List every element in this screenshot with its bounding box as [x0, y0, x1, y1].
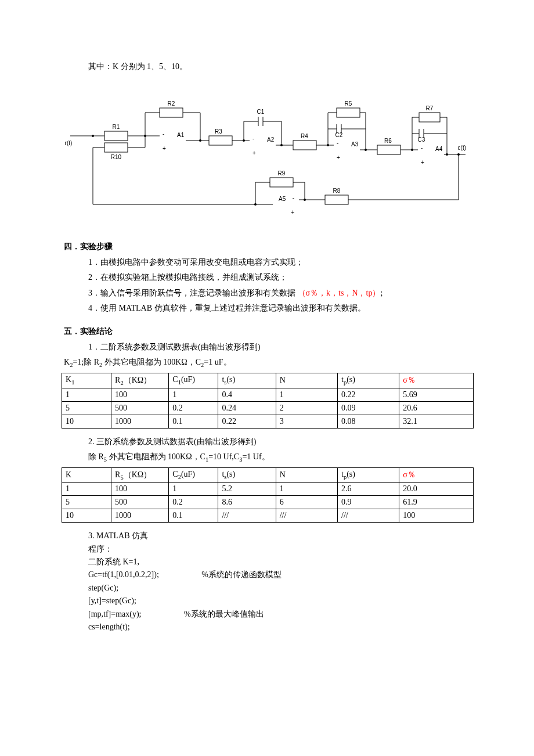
section5-sub2-caption: 除 R5 外其它电阻都为 100KΩ，C1=10 Uf,C3=1 Uf。 [64, 451, 470, 465]
svg-point-16 [199, 139, 201, 142]
svg-text:+: + [421, 159, 424, 165]
r2-label: R2 [168, 100, 175, 107]
svg-text:+: + [337, 154, 340, 161]
t1-h4: N [276, 373, 337, 388]
svg-rect-79 [270, 178, 293, 187]
t2-h2: C2(uF) [169, 467, 218, 483]
section4-title: 四．实验步骤 [64, 240, 470, 253]
output-label: c(t) [458, 145, 466, 151]
table-row: 10 1000 0.1 0.22 3 0.08 32.1 [62, 415, 474, 428]
table-second-order: K1 R2（KΩ） C1(uF) ts(s) N tp(s) σ％ 1 100 … [62, 373, 474, 429]
section5-sub3-title: 3. MATLAB 仿真 [88, 530, 470, 542]
t2-h1: R5（KΩ） [111, 467, 169, 483]
svg-point-93 [92, 135, 94, 137]
svg-rect-9 [160, 108, 183, 117]
code-line-6: cs=length(t); [88, 621, 470, 633]
t1-h5: tp(s) [338, 373, 399, 388]
section4-item3: 3．输入信号采用阶跃信号，注意记录输出波形和有关数据 （σ％，k，ts，N，tp… [64, 287, 470, 300]
section5-sub1-title: 1．二阶系统参数及测试数据表(由输出波形得到) [64, 341, 470, 354]
table-row: 5 500 0.2 8.6 6 0.9 61.9 [62, 496, 474, 509]
t1-h6: σ％ [399, 373, 474, 388]
t2-h3: ts(s) [218, 467, 276, 483]
a3-label: A3 [351, 141, 359, 147]
t2-h0: K [62, 467, 111, 483]
svg-text:-: - [337, 140, 338, 146]
table-row: 5 500 0.2 0.24 2 0.09 20.6 [62, 401, 474, 415]
section4-item3-text: 3．输入信号采用阶跃信号，注意记录输出波形和有关数据 [88, 289, 295, 297]
t2-h6: σ％ [399, 467, 474, 483]
svg-text:-: - [421, 145, 423, 151]
table-row: 10 1000 0.1 /// /// /// 100 [62, 509, 474, 523]
t1-h2: C1(uF) [169, 373, 218, 388]
svg-rect-42 [337, 108, 360, 117]
svg-point-50 [365, 149, 367, 151]
svg-marker-83 [273, 191, 299, 218]
section4-item1: 1．由模拟电路中参数变动可采用改变电阻或电容方式实现； [64, 256, 470, 269]
svg-text:-: - [252, 135, 254, 142]
svg-point-69 [446, 153, 448, 156]
svg-point-87 [254, 203, 257, 206]
r6-label: R6 [384, 138, 392, 144]
svg-point-31 [280, 144, 283, 146]
r1-label: R1 [113, 124, 120, 130]
svg-point-0 [67, 134, 70, 138]
svg-rect-3 [104, 131, 128, 141]
table-row: 1 100 1 5.2 1 2.6 20.0 [62, 483, 474, 496]
code-line-4: [y,t]=step(Gc); [88, 595, 470, 607]
intro-line: 其中：K 分别为 1、5、10。 [64, 60, 470, 73]
c2-label: C2 [335, 132, 343, 138]
svg-text:-: - [163, 131, 164, 137]
r4-label: R4 [301, 133, 308, 139]
section5-title: 五．实验结论 [64, 325, 470, 338]
svg-text:+: + [163, 145, 166, 152]
a5-label: A5 [279, 196, 286, 202]
svg-rect-90 [104, 143, 128, 152]
svg-rect-74 [325, 195, 348, 204]
t1-h1: R2（KΩ） [111, 373, 169, 388]
code-line-5: [mp,tf]=max(y); %系统的最大峰值输出 [88, 608, 470, 621]
c1-label: C1 [257, 109, 265, 115]
section4-item2: 2．在模拟实验箱上按模拟电路接线，并组成测试系统； [64, 271, 470, 284]
r3-label: R3 [215, 128, 222, 135]
r7-label: R7 [426, 105, 434, 111]
code-comment-5: %系统的最大峰值输出 [184, 608, 264, 621]
table-third-order: K R5（KΩ） C2(uF) ts(s) N tp(s) σ％ 1 100 1… [62, 467, 474, 523]
code-line-2: Gc=tf(1,[0.01,0.2,2]); %系统的传递函数模型 [88, 568, 470, 581]
input-label: r(t) [65, 140, 73, 146]
t1-h3: ts(s) [218, 373, 276, 388]
r10-label: R10 [111, 154, 122, 160]
section4-item4: 4．使用 MATLAB 仿真软件，重复上述过程并注意记录输出波形和有关数据。 [64, 302, 470, 315]
circuit-diagram: r(t) R1 R2 A1 - + R3 C1 A2 - + R4 C2 [64, 89, 470, 223]
section5-sub1-caption: K2=1;除 R2 外其它电阻都为 100KΩ，C2=1 uF。 [64, 356, 470, 370]
a2-label: A2 [267, 136, 275, 143]
code-line-0: 程序： [88, 543, 470, 556]
t1-h0: K1 [62, 373, 111, 388]
a4-label: A4 [435, 146, 443, 152]
svg-rect-32 [293, 141, 316, 150]
section4-item3-note: （σ％，k，ts，N，tp） [298, 289, 381, 297]
code-line-3: step(Gc); [88, 582, 470, 595]
svg-text:-: - [293, 195, 294, 201]
svg-text:+: + [252, 150, 256, 156]
r8-label: R8 [333, 188, 341, 194]
table-row: 1 100 1 0.4 1 0.22 5.69 [62, 388, 474, 401]
t2-h5: tp(s) [338, 467, 399, 483]
matlab-code-block: 3. MATLAB 仿真 程序： 二阶系统 K=1, Gc=tf(1,[0.01… [64, 530, 470, 633]
code-line-1: 二阶系统 K=1, [88, 556, 470, 568]
svg-rect-51 [377, 145, 400, 154]
svg-rect-17 [209, 136, 232, 145]
r9-label: R9 [278, 170, 286, 177]
svg-rect-61 [419, 113, 440, 122]
r5-label: R5 [345, 100, 352, 107]
a1-label: A1 [177, 132, 185, 138]
svg-text:+: + [291, 209, 294, 215]
t2-h4: N [276, 467, 337, 483]
section5-sub2-title: 2. 三阶系统参数及测试数据表(由输出波形得到) [64, 435, 470, 448]
svg-point-71 [466, 153, 469, 156]
code-comment-2: %系统的传递函数模型 [201, 568, 282, 581]
